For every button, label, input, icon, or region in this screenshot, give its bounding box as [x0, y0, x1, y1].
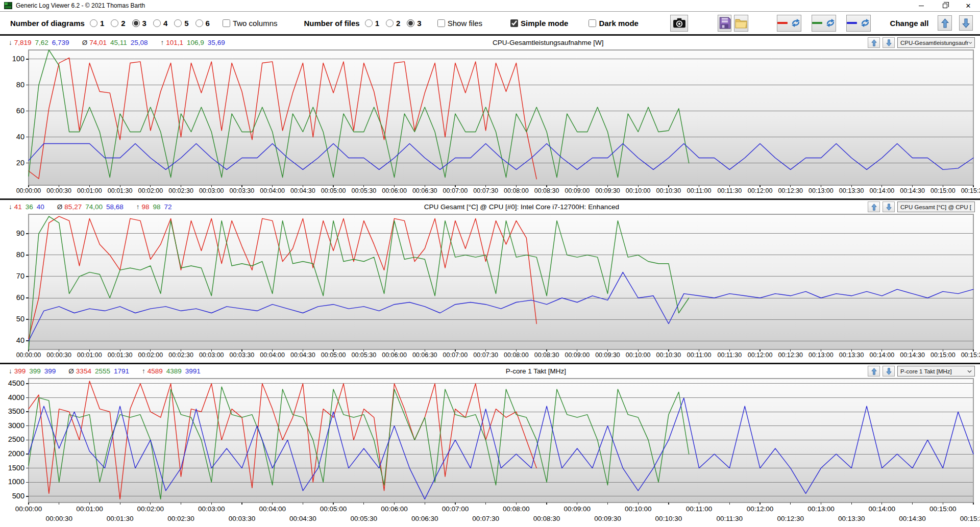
move-chart-down-button[interactable] [883, 37, 895, 48]
green-series-swap-button[interactable] [812, 15, 836, 32]
stat-avg-blue: 25,08 [131, 39, 148, 46]
x-tick-label: 00:01:00 [77, 187, 102, 194]
radio-diagrams-1[interactable]: 1 [90, 19, 104, 28]
x-tick-label: 00:09:00 [564, 505, 591, 513]
radio-diagrams-2-input[interactable] [111, 19, 118, 27]
up-arrow-icon [871, 39, 877, 46]
radio-diagrams-5-input[interactable] [174, 19, 182, 27]
panel-header: ↓ 41 36 40 Ø 85,27 74,00 58,68 ↑ 98 98 7… [0, 200, 980, 214]
simple-mode-input[interactable] [510, 19, 518, 27]
stat-max-blue: 72 [164, 203, 172, 211]
move-chart-up-button[interactable] [868, 202, 880, 212]
x-tick-label: 00:04:30 [289, 515, 316, 522]
y-tick-label: 80 [1, 81, 24, 89]
show-files-checkbox[interactable]: Show files [437, 19, 482, 28]
radio-diagrams-2[interactable]: 2 [111, 19, 125, 28]
x-tick-label: 00:02:30 [167, 515, 194, 522]
max-symbol: ↑ [142, 367, 145, 375]
restore-button[interactable] [933, 0, 957, 11]
max-symbol: ↑ [136, 203, 140, 211]
radio-diagrams-3-input[interactable] [132, 19, 140, 27]
radio-diagrams-6-input[interactable] [195, 19, 203, 27]
signal-select-dropdown[interactable]: CPU-Gesamtleistungsaufr [897, 37, 975, 48]
x-tick-label: 00:02:30 [168, 352, 193, 359]
minimize-icon [919, 6, 924, 6]
minimize-button[interactable] [910, 0, 933, 11]
chart-plot[interactable]: 2040608010000:00:0000:00:3000:01:0000:01… [28, 49, 974, 186]
move-chart-up-button[interactable] [868, 366, 880, 377]
radio-diagrams-4-input[interactable] [153, 19, 161, 27]
radio-files-1[interactable]: 1 [365, 19, 379, 28]
floppy-disk-icon [719, 17, 731, 29]
radio-diagrams-6[interactable]: 6 [195, 19, 210, 28]
radio-diagrams-3-label: 3 [142, 19, 146, 28]
radio-diagrams-5[interactable]: 5 [174, 19, 188, 28]
blue-series-swap-button[interactable] [846, 15, 871, 32]
stat-avg-green: 74,00 [85, 203, 103, 211]
x-tick-label: 00:09:30 [594, 515, 621, 522]
up-arrow-icon [871, 204, 877, 211]
chart-plot[interactable]: 5001000150020002500300035004000450000:00… [28, 378, 974, 503]
radio-diagrams-1-input[interactable] [90, 19, 97, 27]
x-tick-label: 00:00:30 [46, 352, 71, 359]
panel-header: ↓ 7,819 7,62 6,739 Ø 74,01 45,11 25,08 ↑… [0, 36, 980, 49]
x-tick-label: 00:14:00 [870, 352, 895, 359]
open-folder-button[interactable] [734, 15, 748, 32]
chart-plot[interactable]: 40506070809000:00:0000:00:3000:01:0000:0… [28, 214, 974, 350]
save-button[interactable] [718, 15, 731, 32]
simple-mode-checkbox[interactable]: Simple mode [510, 19, 568, 28]
down-arrow-icon [886, 368, 892, 375]
app-icon [4, 2, 12, 9]
x-tick-label: 00:07:00 [443, 187, 468, 194]
blue-line-icon [847, 22, 857, 24]
radio-files-3-input[interactable] [407, 19, 414, 27]
radio-diagrams-4-label: 4 [163, 19, 167, 28]
up-arrow-icon [871, 368, 877, 375]
chart-panel-cpu-power: ↓ 7,819 7,62 6,739 Ø 74,01 45,11 25,08 ↑… [0, 34, 980, 198]
swap-arrows-icon [791, 18, 801, 28]
dark-mode-input[interactable] [589, 19, 596, 27]
x-tick-label: 00:11:00 [687, 352, 712, 359]
close-button[interactable]: ✕ [957, 0, 980, 11]
signal-select-dropdown[interactable]: CPU Gesamt [°C] @ CPU [ [897, 202, 975, 212]
x-tick-label: 00:11:00 [686, 505, 713, 513]
stat-min-red: 41 [14, 203, 22, 211]
y-tick-label: 4000 [1, 393, 24, 401]
x-tick-label: 00:15:00 [930, 352, 955, 359]
x-tick-label: 00:15:00 [930, 187, 955, 194]
x-tick-label: 00:03:00 [198, 505, 225, 513]
move-chart-up-button[interactable] [868, 37, 880, 48]
move-chart-down-button[interactable] [883, 202, 895, 212]
two-columns-checkbox[interactable]: Two columns [223, 19, 278, 28]
down-arrow-icon [886, 204, 892, 211]
radio-files-2-input[interactable] [386, 19, 394, 27]
close-icon: ✕ [966, 2, 971, 10]
red-series-swap-button[interactable] [777, 15, 801, 32]
chart-canvas [29, 214, 973, 349]
signal-select-dropdown[interactable]: P-core 1 Takt [MHz] [897, 366, 975, 377]
change-all-up-button[interactable] [938, 15, 951, 31]
panel-controls: CPU Gesamt [°C] @ CPU [ [868, 202, 975, 212]
dark-mode-checkbox[interactable]: Dark mode [589, 19, 639, 28]
x-tick-label: 00:14:00 [870, 187, 895, 194]
radio-diagrams-3[interactable]: 3 [132, 19, 146, 28]
x-tick-label: 00:14:30 [899, 515, 926, 522]
change-all-down-button[interactable] [959, 15, 973, 31]
radio-diagrams-4[interactable]: 4 [153, 19, 167, 28]
show-files-input[interactable] [437, 19, 445, 27]
x-tick-label: 00:00:30 [46, 187, 71, 194]
screenshot-button[interactable] [670, 15, 688, 32]
x-tick-label: 00:07:00 [442, 505, 469, 513]
radio-files-1-input[interactable] [365, 19, 373, 27]
move-chart-down-button[interactable] [883, 366, 895, 377]
radio-files-2[interactable]: 2 [386, 19, 400, 28]
diagrams-radio-group: 1 2 3 4 5 6 [90, 19, 216, 28]
x-tick-label: 00:04:30 [290, 352, 315, 359]
x-tick-label: 00:03:00 [199, 187, 224, 194]
radio-files-3[interactable]: 3 [407, 19, 421, 28]
x-tick-label: 00:08:30 [533, 515, 560, 522]
chart-title: P-core 1 Takt [MHz] [204, 367, 868, 375]
green-series-line [29, 216, 689, 349]
y-tick-label: 1000 [1, 478, 24, 486]
two-columns-input[interactable] [223, 19, 230, 27]
